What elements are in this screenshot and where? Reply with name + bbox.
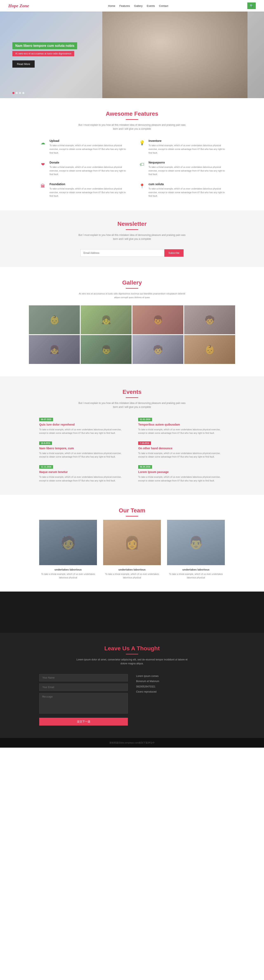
contact-info-1: Lorem Ipsum comes <box>136 674 225 679</box>
gallery-item-1[interactable]: 👶 <box>29 305 80 334</box>
gallery-item-5[interactable]: 👧 <box>29 335 80 364</box>
event-6-date: 06-04-2016 <box>138 465 152 469</box>
nav-links: Home Features Gallery Events Contact <box>108 4 168 8</box>
gallery-item-2[interactable]: 👧 <box>81 305 132 334</box>
inventore-icon: 💡 <box>138 139 146 146</box>
gallery-figure-1: 👶 <box>49 315 60 325</box>
team-desc-2: To take a trivial example, which of us e… <box>103 573 161 579</box>
team-member-2: 👩 undertakes laborious To take a trivial… <box>103 520 161 579</box>
event-2-text: To take a trivial example, which of us e… <box>138 428 225 435</box>
hero-child-photo <box>102 11 248 98</box>
gallery-title: Gallery <box>13 279 251 286</box>
search-button[interactable]: 🔍 <box>247 3 256 9</box>
gallery-item-7[interactable]: 🧒 <box>132 335 183 364</box>
team-name-2: undertakes laborious <box>103 568 161 571</box>
team-desc-1: To take a trivial example, which of us e… <box>39 573 97 579</box>
feature-foundation-title: Foundation <box>49 183 126 186</box>
foundation-icon: 🏛 <box>39 183 47 190</box>
team-section: Our Team 🧑 undertakes laborious To take … <box>0 495 264 592</box>
feature-cumsoluta-content: cum soluta To take a trivial example, wh… <box>148 183 225 198</box>
event-1-date: 06-07-2015 <box>39 418 53 421</box>
contact-info: Lorem Ipsum comes Bonorum et Malorum 082… <box>136 674 225 725</box>
contact-info-2: Bonorum et Malorum <box>136 679 225 684</box>
gallery-thumb-3: 👦 <box>132 305 183 334</box>
feature-cumsoluta-title: cum soluta <box>148 183 225 186</box>
gallery-subtitle: At vero eos et accusamus et iusto odio d… <box>13 292 251 299</box>
event-3-date: 10-9-2015 <box>39 441 52 445</box>
event-4-date: 7-10-2016 <box>138 441 151 445</box>
feature-foundation-content: Foundation To take a trivial example, wh… <box>49 183 126 198</box>
nav-gallery[interactable]: Gallery <box>134 4 143 8</box>
event-3-title: Nam libero tempore, cum <box>39 447 126 450</box>
feature-donate: ❤ Donate To take a trivial example, whic… <box>39 161 126 176</box>
hero-background-image <box>102 11 248 98</box>
logo: Hope Zone <box>8 3 29 8</box>
nav-events[interactable]: Events <box>146 4 155 8</box>
team-name-1: undertakes laborious <box>39 568 97 571</box>
team-figure-2: 👩 <box>124 535 140 550</box>
feature-foundation-text: To take a trivial example, which of us e… <box>49 187 126 198</box>
feature-inventore-content: Inventore To take a trivial example, whi… <box>148 139 225 154</box>
features-separator <box>126 119 138 120</box>
event-3: 10-9-2015 Nam libero tempore, cum To tak… <box>39 441 126 459</box>
dot-2[interactable] <box>16 92 18 94</box>
dot-3[interactable] <box>19 92 21 94</box>
events-section: Events But I must explain to you how all… <box>0 376 264 495</box>
feature-donate-title: Donate <box>49 161 126 164</box>
feature-inventore-text: To take a trivial example, which of us e… <box>148 144 225 154</box>
donate-icon: ❤ <box>39 161 47 168</box>
gallery-thumb-5: 👧 <box>29 335 80 364</box>
hero-cta-button[interactable]: Read More <box>13 60 35 68</box>
email-input[interactable] <box>80 249 164 257</box>
newsletter-title: Newsletter <box>16 221 248 227</box>
event-5: 11-11-2016 Itaque earum tenetur To take … <box>39 465 126 482</box>
gallery-thumb-8: 👶 <box>184 335 235 364</box>
gallery-item-6[interactable]: 👦 <box>81 335 132 364</box>
feature-donate-content: Donate To take a trivial example, which … <box>49 161 126 176</box>
contact-subtitle: Lorem ipsum dolor sit amet, consectetur … <box>16 658 248 665</box>
dot-4[interactable] <box>22 92 24 94</box>
features-section: Awesome Features But I must explain to y… <box>0 98 264 210</box>
event-3-text: To take a trivial example, which of us e… <box>39 452 126 459</box>
gallery-figure-8: 👶 <box>205 345 215 355</box>
nav-contact[interactable]: Contact <box>159 4 168 8</box>
event-2-title: Temporibus autem quibusdam <box>138 423 225 426</box>
nequeporro-icon: 🏷 <box>138 161 146 168</box>
contact-message-input[interactable] <box>39 693 128 714</box>
feature-nequeporro-title: Nequeporro <box>148 161 225 164</box>
gallery-item-3[interactable]: 👦 <box>132 305 183 334</box>
contact-name-input[interactable] <box>39 674 128 681</box>
gallery-item-4[interactable]: 🧒 <box>184 305 235 334</box>
event-6-title: Lorem Ipsum passage <box>138 470 225 474</box>
contact-title: Leave Us A Thought <box>16 645 248 652</box>
feature-nequeporro-text: To take a trivial example, which of us e… <box>148 165 225 176</box>
upload-icon: ☁ <box>39 139 47 146</box>
gallery-item-8[interactable]: 👶 <box>184 335 235 364</box>
feature-inventore-title: Inventore <box>148 139 225 143</box>
event-2-date: 01-01-2016 <box>138 418 152 421</box>
feature-upload-text: To take a trivial example, which of us e… <box>49 144 126 154</box>
feature-foundation: 🏛 Foundation To take a trivial example, … <box>39 183 126 198</box>
gallery-grid: 👶 👧 👦 🧒 👧 👦 🧒 👶 <box>29 305 235 364</box>
gallery-thumb-6: 👦 <box>81 335 132 364</box>
feature-nequeporro: 🏷 Nequeporro To take a trivial example, … <box>138 161 225 176</box>
hero-dots <box>13 92 24 94</box>
subscribe-button[interactable]: Subscribe <box>164 249 184 257</box>
features-grid: ☁ Upload To take a trivial example, whic… <box>39 139 225 198</box>
newsletter-section: Newsletter But I must explain to you how… <box>0 210 264 267</box>
team-separator <box>126 516 138 517</box>
gallery-figure-6: 👦 <box>101 345 111 355</box>
features-title: Awesome Features <box>16 110 248 117</box>
contact-left: 提交下一题 <box>39 674 128 725</box>
team-photo-2: 👩 <box>103 520 161 565</box>
contact-submit-button[interactable]: 提交下一题 <box>39 718 128 725</box>
contact-email-input[interactable] <box>39 684 128 691</box>
gallery-figure-3: 👦 <box>153 315 163 325</box>
nav-home[interactable]: Home <box>108 4 115 8</box>
contact-info-4: Cicero reproduced <box>136 690 225 694</box>
dot-1[interactable] <box>13 92 14 94</box>
gallery-figure-5: 👧 <box>49 345 60 355</box>
nav-features[interactable]: Features <box>119 4 130 8</box>
events-subtitle: But I must explain to you how all this m… <box>16 401 248 409</box>
gallery-separator <box>126 288 138 289</box>
